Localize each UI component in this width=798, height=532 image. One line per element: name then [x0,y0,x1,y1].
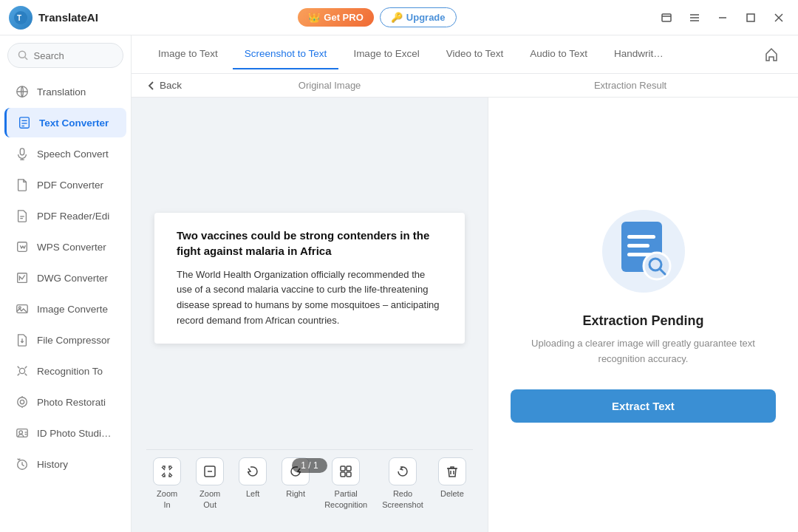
rotate-left-tool[interactable]: Left [239,457,267,499]
partial-recognition-tool[interactable]: Partial Recognition [324,457,367,510]
sidebar-item-label: File Compressor [37,335,110,346]
tab-image-to-excel[interactable]: Image to Excel [341,39,431,69]
zoom-out-tool[interactable]: Zoom Out [196,457,224,510]
sidebar-item-label: PDF Converter [37,180,103,191]
tab-handwriting[interactable]: Handwrit… [602,39,675,69]
history-icon [15,457,30,471]
partial-recognition-icon [332,457,360,485]
tab-image-to-text[interactable]: Image to Text [146,39,230,69]
window-controls [656,7,789,28]
sidebar-item-translation[interactable]: Translation [4,77,126,106]
back-button[interactable]: Back [146,80,182,91]
sidebar-item-wps-converter[interactable]: WPS Converter [4,232,126,262]
tab-audio-to-text[interactable]: Audio to Text [518,39,599,69]
work-area: Two vaccines could be strong contenders … [132,98,798,532]
svg-point-11 [18,51,25,58]
sidebar-item-speech-convert[interactable]: Speech Convert [4,139,126,168]
article-title: Two vaccines could be strong contenders … [177,228,443,259]
pdf-converter-icon [15,177,30,192]
svg-rect-18 [20,149,24,155]
fullscreen-button[interactable] [656,7,677,28]
translation-icon [15,84,30,99]
text-converter-icon [17,115,32,130]
sidebar-item-label: Speech Convert [37,149,109,160]
sidebar-item-file-compressor[interactable]: File Compressor [4,325,126,355]
app-name: TranslateAI [38,11,98,24]
pdf-reader-icon [15,208,30,223]
redo-screenshot-icon [389,457,417,485]
redo-screenshot-tool[interactable]: Redo Screenshot [382,457,423,510]
svg-text:T: T [17,14,21,22]
redo-screenshot-label: Redo Screenshot [382,488,423,510]
svg-rect-48 [627,235,655,239]
maximize-button[interactable] [740,7,761,28]
svg-point-29 [18,398,27,407]
article-content: Two vaccines could be strong contenders … [177,228,443,329]
sidebar-item-text-converter[interactable]: Text Converter [4,108,126,137]
wps-converter-icon [15,239,30,254]
crown-icon: 👑 [308,12,320,23]
svg-point-26 [19,307,21,309]
zoom-in-tool[interactable]: Zoom In [153,457,181,510]
tab-video-to-text[interactable]: Video to Text [434,39,516,69]
sidebar-item-pdf-reader[interactable]: PDF Reader/Edi [4,201,126,231]
search-box[interactable] [7,43,123,68]
svg-rect-40 [341,466,345,471]
title-bar: T TranslateAI 👑 Get PRO 🔑 Upgrade [0,0,798,35]
sidebar-item-label: WPS Converter [37,242,106,253]
svg-line-12 [25,57,27,59]
article-body: The World Health Organization officially… [177,267,443,329]
zoom-out-icon [196,457,224,485]
zoom-in-label: Zoom In [153,488,181,510]
sidebar-item-label: ID Photo Studi… [37,428,112,439]
file-compressor-icon [15,332,30,347]
svg-point-51 [644,253,670,279]
sidebar-item-pdf-converter[interactable]: PDF Converter [4,170,126,200]
recognition-icon [15,364,30,378]
close-button[interactable] [768,7,789,28]
sidebar-item-dwg-converter[interactable]: DWG Converter [4,263,126,293]
search-input[interactable] [34,50,114,61]
sidebar-item-label: PDF Reader/Edi [37,211,109,222]
dwg-converter-icon [15,270,30,285]
back-label: Back [160,80,182,91]
sidebar-item-recognition[interactable]: Recognition To [4,356,126,386]
extraction-desc: Uploading a clearer image will greatly g… [511,336,776,367]
sidebar-item-history[interactable]: History [4,449,126,479]
sidebar-item-label: Photo Restorati [37,397,106,408]
sidebar-item-id-photo[interactable]: ID Photo Studi… [4,418,126,448]
sidebar-item-label: Text Converter [39,117,109,129]
sidebar-item-label: Recognition To [37,366,103,377]
sidebar-item-label: Image Converte [37,304,108,315]
page-indicator: 1 / 1 [292,458,327,473]
svg-rect-8 [747,14,754,21]
extract-text-button[interactable]: Extract Text [511,389,776,423]
minimize-button[interactable] [712,7,733,28]
sidebar-nav: Translation Text Converter [0,75,131,532]
zoom-out-label: Zoom Out [196,488,224,510]
extraction-result-label: Extraction Result [594,80,666,91]
svg-point-28 [19,368,24,373]
sidebar-item-label: DWG Converter [37,273,108,284]
app-logo: T [9,6,33,30]
home-tab-button[interactable] [760,43,783,66]
upgrade-button[interactable]: 🔑 Upgrade [380,7,457,27]
svg-rect-41 [347,466,351,471]
image-converter-icon [15,301,30,316]
key-icon: 🔑 [391,12,403,23]
image-panel: Two vaccines could be strong contenders … [132,98,488,532]
sidebar-item-image-converter[interactable]: Image Converte [4,294,126,324]
tab-screenshot-to-text[interactable]: Screenshot to Text [233,39,339,69]
svg-rect-43 [347,472,351,477]
get-pro-button[interactable]: 👑 Get PRO [298,8,373,27]
sidebar-item-photo-restoration[interactable]: Photo Restorati [4,387,126,417]
delete-label: Delete [440,488,464,499]
sub-header-sections: Original Image Extraction Result [182,80,783,91]
rotate-left-icon [239,457,267,485]
delete-tool[interactable]: Delete [438,457,466,499]
result-panel: Extraction Pending Uploading a clearer i… [488,98,798,532]
menu-button[interactable] [684,7,705,28]
zoom-in-icon [153,457,181,485]
rotate-left-label: Left [246,488,259,499]
partial-recognition-label: Partial Recognition [324,488,367,510]
